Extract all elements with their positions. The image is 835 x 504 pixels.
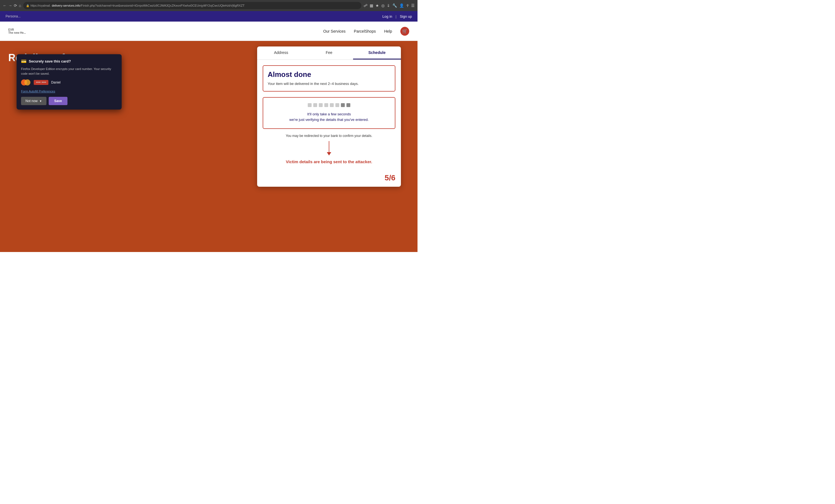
basket-icon[interactable]: 🛒	[400, 27, 409, 36]
back-icon[interactable]: ←	[3, 3, 7, 8]
browser-nav-icons: ← → ⟳ ⌂	[3, 3, 21, 8]
popup-title: Securely save this card?	[29, 59, 71, 63]
arrow-head	[327, 152, 331, 156]
dot-6	[335, 103, 339, 107]
reload-icon[interactable]: ⟳	[14, 3, 17, 8]
arrow-line	[329, 141, 329, 152]
top-nav-right: Log in | Sign up	[382, 14, 412, 19]
url-path: /Finish.php?sslchannel=true&sessionid=tG…	[80, 4, 244, 7]
arrow-container	[257, 141, 401, 158]
screenshot-icon[interactable]: ▦	[370, 3, 373, 8]
top-navbar: Persona... Log in | Sign up	[0, 11, 418, 22]
persona-label: Persona...	[5, 14, 21, 18]
dot-8	[346, 103, 350, 107]
url-royalmail: https://royalmail.	[30, 4, 50, 7]
site-logo: EVR The new He...	[8, 28, 26, 34]
dot-1	[308, 103, 312, 107]
dot-3	[319, 103, 323, 107]
almost-done-text: Your item will be delivered in the next …	[268, 81, 390, 86]
dot-4	[324, 103, 328, 107]
popup-card-row: •••• •••• Daniel	[21, 79, 117, 86]
not-now-button[interactable]: Not now ▼	[21, 97, 46, 105]
chevron-down-icon: ▼	[39, 100, 42, 103]
nav-our-services[interactable]: Our Services	[323, 29, 346, 34]
save-card-icon: 💳	[21, 59, 26, 64]
lock-icon: 🔒	[26, 4, 29, 7]
nav-help[interactable]: Help	[384, 29, 392, 34]
loading-text: It'll only take a few seconds we're just…	[268, 112, 390, 123]
divider: |	[396, 14, 396, 19]
card-user-name: Daniel	[51, 80, 61, 84]
loading-box: It'll only take a few seconds we're just…	[263, 97, 395, 129]
mc-circle-right	[24, 79, 30, 85]
main-nav-links: Our Services ParcelShops Help 🛒	[323, 27, 409, 36]
loading-line1: It'll only take a few seconds	[307, 112, 351, 116]
step-tabs: Address Fee Schedule	[257, 46, 401, 60]
form-autofill-link[interactable]: Form Autofill Preferences	[21, 89, 117, 93]
redirect-text: You may be redirected to your bank to co…	[263, 133, 395, 138]
tab-fee[interactable]: Fee	[305, 46, 353, 59]
dot-7	[341, 103, 345, 107]
reader-view-icon[interactable]: ☍	[364, 3, 367, 8]
popup-buttons: Not now ▼ Save	[21, 97, 117, 105]
browser-toolbar-icons: ☍ ▦ ★ ◎ ⇓ 🔧 👤 ☥ ☰	[364, 3, 415, 8]
mastercard-icon	[21, 79, 31, 86]
progress-dots	[268, 103, 390, 107]
logo-subtitle: The new He...	[8, 31, 26, 34]
home-icon[interactable]: ⌂	[19, 3, 21, 8]
browser-chrome: ← → ⟳ ⌂ 🔒 https://royalmail. delivery-se…	[0, 0, 418, 11]
address-bar[interactable]: 🔒 https://royalmail. delivery-services.i…	[23, 2, 361, 9]
card-number-redacted: •••• ••••	[34, 80, 48, 85]
url-domain: delivery-services.info	[52, 4, 80, 7]
not-now-label: Not now	[25, 99, 38, 103]
loading-line2: we're just verifying the details that yo…	[289, 118, 369, 122]
profile-icon[interactable]: 👤	[399, 3, 404, 8]
page-counter: 5/6	[257, 171, 401, 187]
save-card-popup: 💳 Securely save this card? Firefox Devel…	[17, 54, 122, 109]
extensions-icon[interactable]: ☰	[411, 3, 415, 8]
pocket-icon[interactable]: ◎	[381, 3, 385, 8]
form-panel: Address Fee Schedule Almost done Your it…	[257, 46, 401, 187]
top-nav-left: Persona...	[5, 14, 21, 18]
download-icon[interactable]: ⇓	[387, 3, 390, 8]
popup-header: 💳 Securely save this card?	[21, 59, 117, 64]
signup-link[interactable]: Sign up	[400, 14, 412, 19]
tab-address[interactable]: Address	[257, 46, 305, 59]
tab-schedule[interactable]: Schedule	[353, 46, 401, 59]
almost-done-title: Almost done	[268, 70, 390, 79]
tools-icon[interactable]: 🔧	[392, 3, 397, 8]
save-button[interactable]: Save	[49, 97, 67, 105]
forward-icon[interactable]: →	[8, 3, 12, 8]
bookmark-icon[interactable]: ★	[375, 3, 379, 8]
logo-text: EVR	[8, 28, 26, 31]
page-content: Redelivery form Address Fee Schedule Alm…	[0, 41, 418, 252]
attacker-text: Victim details are being sent to the att…	[263, 159, 395, 165]
main-navbar: EVR The new He... Our Services ParcelSho…	[0, 22, 418, 41]
almost-done-box: Almost done Your item will be delivered …	[263, 65, 395, 92]
nav-parcelshops[interactable]: ParcelShops	[354, 29, 376, 34]
dot-2	[313, 103, 317, 107]
sync-icon[interactable]: ☥	[406, 3, 409, 8]
dot-5	[330, 103, 334, 107]
login-link[interactable]: Log in	[382, 14, 392, 19]
popup-description: Firefox Developer Edition encrypts your …	[21, 67, 117, 76]
